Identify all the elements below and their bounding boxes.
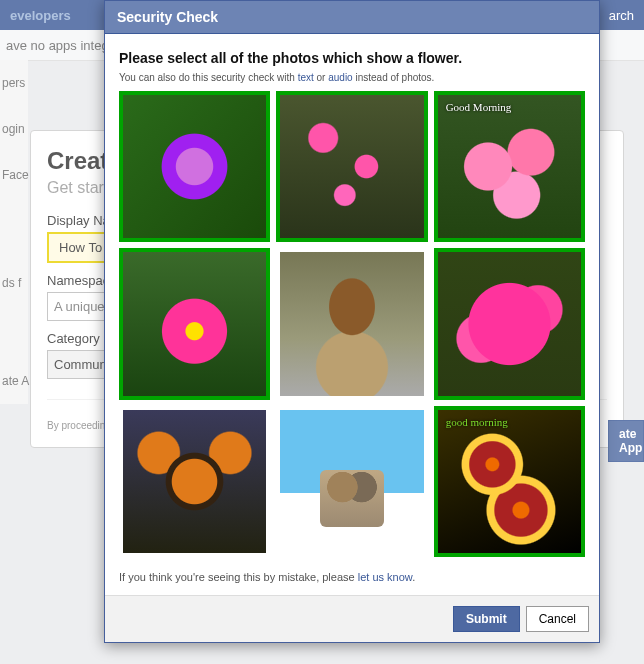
captcha-tile-lion[interactable] xyxy=(276,248,427,399)
tiger-icon xyxy=(123,410,266,553)
alt-audio-link[interactable]: audio xyxy=(328,72,352,83)
alt-or: or xyxy=(314,72,328,83)
flower-icon xyxy=(123,252,266,395)
mistake-prefix: If you think you're seeing this by mista… xyxy=(119,571,358,583)
modal-body: Please select all of the photos which sh… xyxy=(105,34,599,595)
cancel-button[interactable]: Cancel xyxy=(526,606,589,632)
captcha-instruction: Please select all of the photos which sh… xyxy=(119,50,585,66)
flower-icon: Good Morning xyxy=(438,95,581,238)
mistake-line: If you think you're seeing this by mista… xyxy=(119,571,585,583)
caption: good morning xyxy=(446,416,508,428)
mistake-suffix: . xyxy=(412,571,415,583)
security-check-modal: Security Check Please select all of the … xyxy=(104,0,600,643)
captcha-tile-pink-roses[interactable]: Good Morning xyxy=(434,91,585,242)
flower-icon: good morning xyxy=(438,410,581,553)
captcha-tile-cosmos-flower[interactable] xyxy=(119,248,270,399)
cats-icon xyxy=(280,410,423,553)
flower-icon xyxy=(123,95,266,238)
alt-text-link[interactable]: text xyxy=(298,72,314,83)
flower-icon xyxy=(280,95,423,238)
captcha-grid: Good Morning good morning xyxy=(119,91,585,557)
captcha-tile-phlox-flowers[interactable] xyxy=(434,248,585,399)
alt-prefix: You can also do this security check with xyxy=(119,72,298,83)
captcha-tile-fuchsia-flowers[interactable] xyxy=(276,91,427,242)
captcha-alt-line: You can also do this security check with… xyxy=(119,72,585,83)
modal-title: Security Check xyxy=(105,1,599,34)
alt-suffix: instead of photos. xyxy=(353,72,435,83)
flower-icon xyxy=(438,252,581,395)
lion-icon xyxy=(280,252,423,395)
captcha-tile-tigers[interactable] xyxy=(119,406,270,557)
caption: Good Morning xyxy=(446,101,512,113)
modal-footer: SubmitCancel xyxy=(105,595,599,642)
captcha-tile-cats[interactable] xyxy=(276,406,427,557)
captcha-tile-purple-flower[interactable] xyxy=(119,91,270,242)
let-us-know-link[interactable]: let us know xyxy=(358,571,412,583)
captcha-tile-blanket-flowers[interactable]: good morning xyxy=(434,406,585,557)
submit-button[interactable]: Submit xyxy=(453,606,520,632)
